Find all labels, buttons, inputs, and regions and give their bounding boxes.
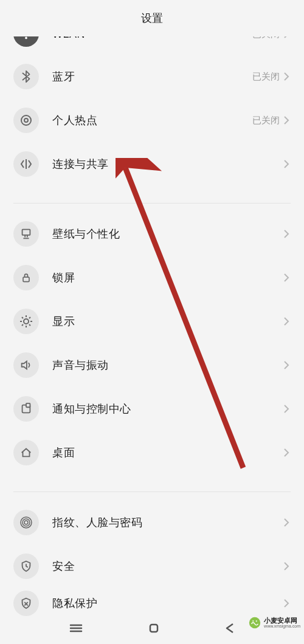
svg-point-0 (26, 38, 27, 39)
svg-point-17 (252, 620, 254, 622)
fingerprint-icon (13, 510, 39, 535)
settings-row-lockscreen[interactable]: 锁屏 (0, 256, 304, 300)
chevron-right-icon (283, 115, 289, 125)
lock-icon (13, 265, 39, 290)
svg-point-10 (24, 521, 28, 524)
settings-row-display[interactable]: 显示 (0, 300, 304, 343)
hotspot-icon (13, 108, 39, 133)
chevron-right-icon (283, 598, 289, 608)
chevron-right-icon (283, 448, 289, 457)
watermark-brand: 小麦安卓网 (264, 617, 300, 624)
row-label: 通知与控制中心 (52, 402, 283, 416)
privacy-icon (13, 591, 39, 616)
row-status: 已关闭 (252, 115, 280, 126)
watermark: 小麦安卓网 www.xmsigma.com (248, 616, 300, 629)
chevron-right-icon (283, 159, 289, 169)
svg-point-1 (24, 118, 28, 122)
settings-row-bluetooth[interactable]: 蓝牙 已关闭 (0, 55, 304, 98)
watermark-url: www.xmsigma.com (264, 624, 300, 628)
chevron-right-icon (283, 72, 289, 81)
settings-row-connection-share[interactable]: 连接与共享 (0, 142, 304, 186)
wifi-icon (13, 36, 39, 47)
settings-row-hotspot[interactable]: 个人热点 已关闭 (0, 98, 304, 142)
connection-icon (13, 151, 39, 177)
row-label: 显示 (52, 314, 283, 329)
row-label: 指纹、人脸与密码 (52, 515, 283, 530)
svg-point-16 (249, 617, 260, 628)
divider (13, 203, 291, 204)
header: 设置 (0, 0, 304, 36)
bluetooth-icon (13, 64, 39, 89)
home-icon (13, 440, 39, 465)
row-label: 壁纸与个性化 (52, 227, 283, 241)
chevron-right-icon (283, 518, 289, 527)
chevron-right-icon (283, 229, 289, 239)
svg-point-18 (256, 620, 257, 622)
svg-rect-4 (23, 277, 29, 282)
nav-back-icon[interactable] (225, 623, 235, 636)
settings-row-sound[interactable]: 声音与振动 (0, 343, 304, 387)
chevron-right-icon (283, 317, 289, 326)
row-label: 隐私保护 (52, 596, 283, 611)
svg-rect-3 (22, 230, 30, 235)
row-status: 已关闭 (252, 36, 280, 40)
svg-point-5 (24, 319, 29, 324)
chevron-right-icon (283, 404, 289, 414)
wallpaper-icon (13, 221, 39, 247)
svg-rect-15 (150, 625, 157, 632)
row-label: 桌面 (52, 445, 283, 460)
row-status: 已关闭 (252, 71, 280, 83)
nav-home-icon[interactable] (148, 623, 159, 636)
row-label: 锁屏 (52, 270, 283, 285)
row-label: 蓝牙 (52, 69, 252, 84)
chevron-right-icon (283, 36, 289, 39)
row-label: 安全 (52, 559, 283, 574)
settings-row-notification[interactable]: 通知与控制中心 (0, 387, 304, 431)
settings-row-desktop[interactable]: 桌面 (0, 431, 304, 474)
chevron-right-icon (283, 561, 289, 571)
settings-row-wlan[interactable]: WLAN 已关闭 (0, 36, 304, 55)
row-label: WLAN (52, 36, 252, 41)
row-label: 声音与振动 (52, 358, 283, 372)
row-label: 个人热点 (52, 113, 252, 128)
settings-row-wallpaper[interactable]: 壁纸与个性化 (0, 212, 304, 256)
settings-group-security: 指纹、人脸与密码 安全 隐私保护 (0, 501, 304, 618)
row-label: 连接与共享 (52, 157, 283, 171)
security-icon (13, 553, 39, 579)
settings-scroll: WLAN 已关闭 蓝牙 已关闭 个人热点 已关闭 (0, 36, 304, 618)
page-title: 设置 (141, 11, 163, 26)
chevron-right-icon (283, 273, 289, 283)
sound-icon (13, 352, 39, 378)
watermark-logo-icon (248, 616, 261, 629)
settings-row-biometric[interactable]: 指纹、人脸与密码 (0, 501, 304, 544)
svg-point-9 (22, 519, 30, 526)
nav-recents-icon[interactable] (69, 623, 83, 635)
settings-row-security[interactable]: 安全 (0, 544, 304, 588)
divider (13, 492, 291, 492)
notification-icon (13, 396, 39, 422)
svg-rect-7 (26, 403, 30, 407)
chevron-right-icon (283, 360, 289, 370)
settings-group-display: 壁纸与个性化 锁屏 显示 声音与振动 (0, 212, 304, 474)
settings-group-connectivity: 蓝牙 已关闭 个人热点 已关闭 连接与共享 (0, 55, 304, 186)
svg-point-2 (21, 115, 31, 125)
settings-row-privacy[interactable]: 隐私保护 (0, 588, 304, 618)
display-icon (13, 309, 39, 334)
